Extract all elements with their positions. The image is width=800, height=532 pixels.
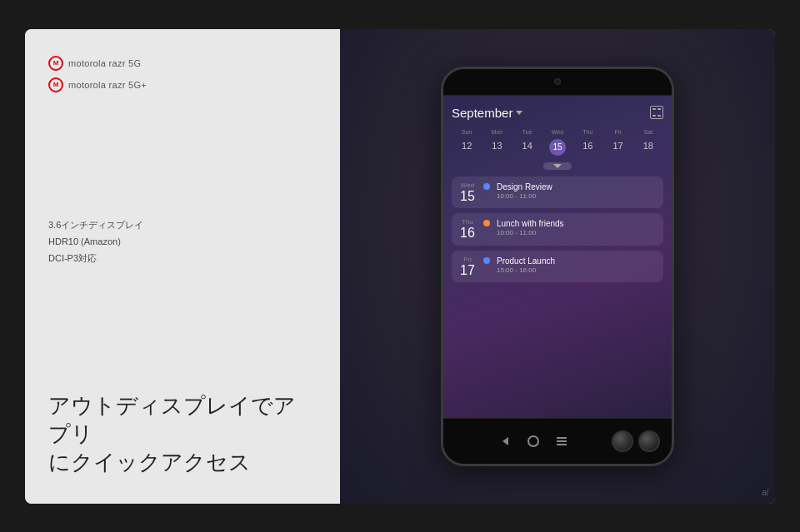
home-button[interactable] [527,435,540,448]
event1-day-label: Wed [461,181,474,189]
back-button[interactable] [498,435,512,448]
event1-title: Design Review [497,181,657,192]
home-icon [528,435,539,447]
event1-dot [483,183,490,190]
camera-lens-2 [638,430,660,452]
spec-line-1: 3.6インチディスプレイ [48,218,317,233]
specs-section: 3.6インチディスプレイ HDR10 (Amazon) DCI-P3対応 [48,218,317,266]
day-fri: Fri [602,128,632,136]
day-mon: Mon [482,128,512,136]
logo-item-2: M motorola razr 5G+ [48,77,317,92]
back-icon [502,437,508,445]
logo-text-2: motorola razr 5G+ [68,80,147,90]
event2-dot [483,220,490,226]
recents-button[interactable] [555,435,568,448]
spec-line-2: HDR10 (Amazon) [48,235,317,250]
events-list: Wed 15 Design Review 10:00 - 11:00 [452,177,663,283]
spec-line-3: DCI-P3対応 [48,251,317,266]
date-16: 16 [572,139,602,156]
left-panel: M motorola razr 5G M motorola razr 5G+ 3… [25,29,340,504]
right-panel: September [340,29,775,504]
event-product-launch: Fri 17 Product Launch 15:00 - 16:00 [452,251,663,283]
event3-time: 15:00 - 16:00 [497,266,657,274]
date-15-highlighted: 15 [549,139,566,156]
day-tue: Tue [512,128,542,136]
event3-day-label: Fri [463,256,471,263]
month-label: September [452,106,512,120]
day-sat: Sat [633,128,663,136]
watermark: al [762,488,768,497]
event1-time: 10:00 - 11:00 [497,192,657,200]
day-sun: Sun [452,128,482,136]
date-13: 13 [482,139,512,156]
event3-day-num: 17 [460,263,475,278]
event3-title: Product Launch [497,256,657,266]
calendar-header: September [452,106,663,120]
event2-time: 10:00 - 11:00 [497,229,657,236]
calendar-month: September [452,106,522,120]
motorola-icon-2: M [48,77,63,92]
event2-day-label: Thu [462,218,473,226]
event2-day-num: 16 [460,226,475,241]
date-14: 14 [512,139,542,156]
event2-title: Lunch with friends [497,218,657,229]
phone-mockup: September [441,67,674,466]
main-title: アウトディスプレイでアプリにクイックアクセス [48,392,317,476]
event-lunch-with-friends: Thu 16 Lunch with friends 10:00 - 11:00 [452,213,663,246]
phone-bottom-section [443,418,672,464]
phone-outer: September [441,67,674,466]
event3-dot [483,257,490,264]
logo-text-1: motorola razr 5G [68,58,141,68]
recents-icon [557,437,567,445]
expand-arrow-icon [553,164,562,168]
day-thu: Thu [572,128,602,136]
nav-icons [455,435,612,448]
front-camera [554,78,561,85]
event-design-review: Wed 15 Design Review 10:00 - 11:00 [452,177,663,209]
date-18: 18 [633,139,663,156]
phone-screen: September [443,96,672,418]
motorola-icon-1: M [48,56,63,71]
logo-item-1: M motorola razr 5G [48,56,317,71]
phone-top-bar [443,69,672,96]
calendar-icon [650,106,663,119]
event1-day-num: 15 [460,189,475,204]
logo-section: M motorola razr 5G M motorola razr 5G+ [48,56,317,92]
camera-lens-1 [612,430,633,452]
date-17: 17 [602,139,632,156]
day-wed: Wed [542,128,572,136]
dates-row: 12 13 14 15 16 17 18 [452,139,663,156]
rear-cameras [612,430,660,452]
expand-button[interactable] [452,162,663,170]
date-12: 12 [452,139,482,156]
day-names-row: Sun Mon Tue Wed Thu Fri Sat [452,128,663,136]
chevron-down-icon [516,111,522,115]
presentation-slide: M motorola razr 5G M motorola razr 5G+ 3… [25,29,775,504]
